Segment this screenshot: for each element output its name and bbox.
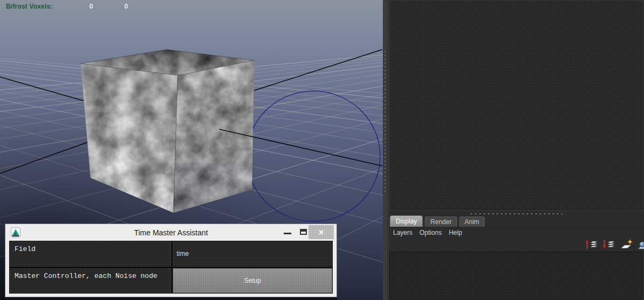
tab-anim[interactable]: Anim [459,217,485,227]
layer-editor-tabbar: Display Render Anim [389,216,644,227]
tab-display[interactable]: Display [390,215,423,227]
field-label-cell: Field [10,241,171,267]
minimize-button[interactable] [284,233,291,234]
move-layer-up-icon[interactable] [585,239,599,251]
hud-voxel-count-1: 0 [89,3,93,10]
hud-bifrost-voxels-label: Bifrost Voxels: [6,3,53,10]
panel-splitter-vertical[interactable] [383,0,388,300]
new-empty-layer-icon[interactable] [619,239,634,251]
maximize-button[interactable] [300,229,307,235]
dialog-body: Field time Master Controller, each Noise… [9,241,333,294]
close-button[interactable]: ✕ [309,225,334,239]
menu-layers[interactable]: Layers [393,229,412,236]
panel-splitter-horizontal[interactable] [389,211,644,216]
master-controller-label-cell: Master Controller, each Noise node [10,268,171,294]
menu-options[interactable]: Options [419,229,442,236]
layer-editor-menubar: Layers Options Help [389,227,644,238]
layer-list-empty[interactable] [389,252,642,300]
time-master-assistant-dialog[interactable]: Time Master Assistant ✕ Field time Maste… [5,224,337,297]
field-value-input[interactable]: time [173,241,332,267]
splitter-grip-dots [384,51,386,192]
hud-voxel-count-2: 0 [124,3,128,10]
channel-box-layer-editor-panel: Display Render Anim Layers Options Help [388,0,644,300]
menu-help[interactable]: Help [449,229,462,236]
dialog-shadow [5,297,337,300]
channel-box-empty-area[interactable] [389,1,644,211]
new-layer-from-selected-icon[interactable] [636,239,644,251]
setup-button[interactable]: Setup [173,268,332,294]
dialog-titlebar[interactable]: Time Master Assistant ✕ [5,224,337,241]
splitter-grip-dashes [471,213,562,214]
maya-application-window: Bifrost Voxels: 0 0 Display Render Anim … [0,0,644,300]
move-layer-down-icon[interactable] [602,239,617,251]
layer-editor-toolbar [585,238,644,252]
tab-render[interactable]: Render [425,217,457,227]
